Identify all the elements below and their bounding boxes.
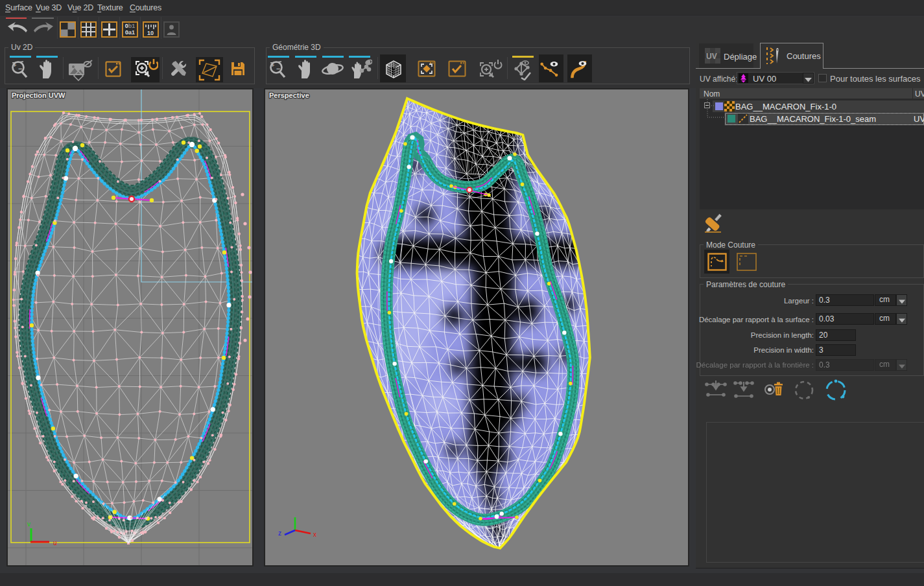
svg-text:v: v (27, 521, 30, 528)
svg-text:UV: UV (706, 52, 717, 61)
svg-text:Perspective: Perspective (269, 91, 309, 99)
svg-text:−: − (18, 65, 22, 73)
svg-text:−: − (276, 65, 280, 73)
svg-text:u: u (53, 539, 57, 546)
svg-text:10: 10 (147, 30, 154, 36)
svg-text:x: x (313, 531, 316, 538)
svg-text:Projection UVW: Projection UVW (12, 91, 65, 99)
svg-text:z: z (278, 530, 281, 537)
